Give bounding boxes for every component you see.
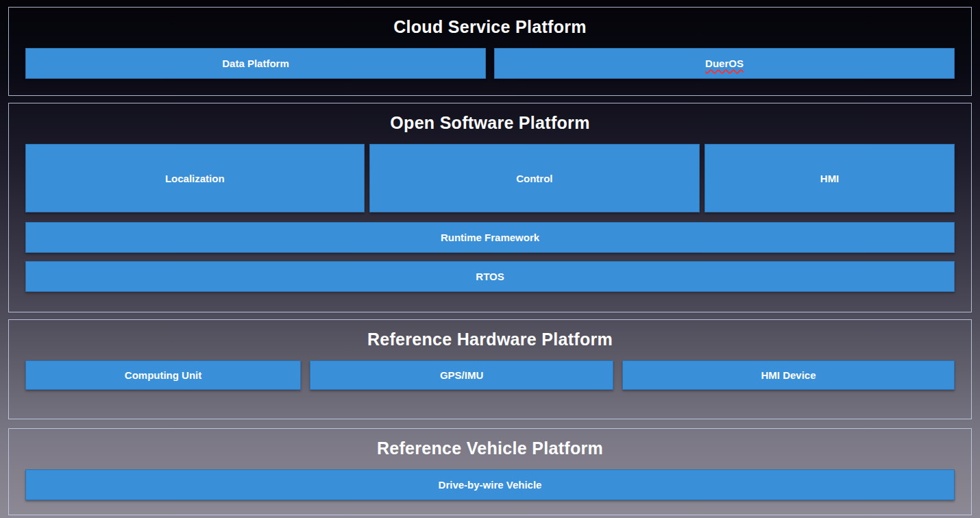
box-runtime-framework: Runtime Framework bbox=[25, 222, 955, 253]
section-title-software: Open Software Platform bbox=[25, 113, 955, 133]
software-modules-row: Localization Control HMI bbox=[25, 144, 955, 212]
box-rtos: RTOS bbox=[25, 261, 955, 292]
box-dueros: DuerOS bbox=[494, 48, 955, 79]
box-hmi-device: HMI Device bbox=[622, 360, 955, 390]
box-drive-by-wire-vehicle-label: Drive-by-wire Vehicle bbox=[439, 479, 542, 491]
box-localization: Localization bbox=[25, 144, 365, 212]
section-title-cloud: Cloud Service Platform bbox=[25, 17, 955, 37]
box-data-platform: Data Platform bbox=[25, 48, 486, 79]
box-computing-unit-label: Computing Unit bbox=[125, 369, 201, 381]
box-gps-imu-label: GPS/IMU bbox=[440, 369, 483, 381]
box-gps-imu: GPS/IMU bbox=[310, 360, 613, 390]
box-control-label: Control bbox=[516, 173, 552, 184]
section-reference-vehicle-platform: Reference Vehicle Platform Drive-by-wire… bbox=[8, 428, 972, 515]
box-computing-unit: Computing Unit bbox=[25, 360, 301, 390]
box-runtime-framework-label: Runtime Framework bbox=[441, 232, 539, 243]
section-reference-hardware-platform: Reference Hardware Platform Computing Un… bbox=[8, 319, 972, 419]
section-title-vehicle: Reference Vehicle Platform bbox=[25, 439, 955, 458]
box-hmi-device-label: HMI Device bbox=[761, 369, 816, 381]
box-drive-by-wire-vehicle: Drive-by-wire Vehicle bbox=[25, 469, 955, 500]
box-localization-label: Localization bbox=[165, 173, 225, 184]
box-data-platform-label: Data Platform bbox=[222, 58, 289, 69]
hardware-boxes-row: Computing Unit GPS/IMU HMI Device bbox=[25, 360, 955, 390]
box-control: Control bbox=[369, 144, 700, 212]
architecture-diagram: Cloud Service Platform Data Platform Due… bbox=[0, 0, 980, 518]
section-title-hardware: Reference Hardware Platform bbox=[25, 330, 955, 349]
box-hmi: HMI bbox=[705, 144, 955, 212]
cloud-boxes-row: Data Platform DuerOS bbox=[25, 48, 955, 79]
section-open-software-platform: Open Software Platform Localization Cont… bbox=[8, 103, 972, 312]
box-dueros-label: DuerOS bbox=[705, 58, 744, 69]
section-cloud-service-platform: Cloud Service Platform Data Platform Due… bbox=[8, 7, 972, 96]
box-hmi-label: HMI bbox=[820, 173, 840, 184]
box-rtos-label: RTOS bbox=[476, 271, 504, 282]
